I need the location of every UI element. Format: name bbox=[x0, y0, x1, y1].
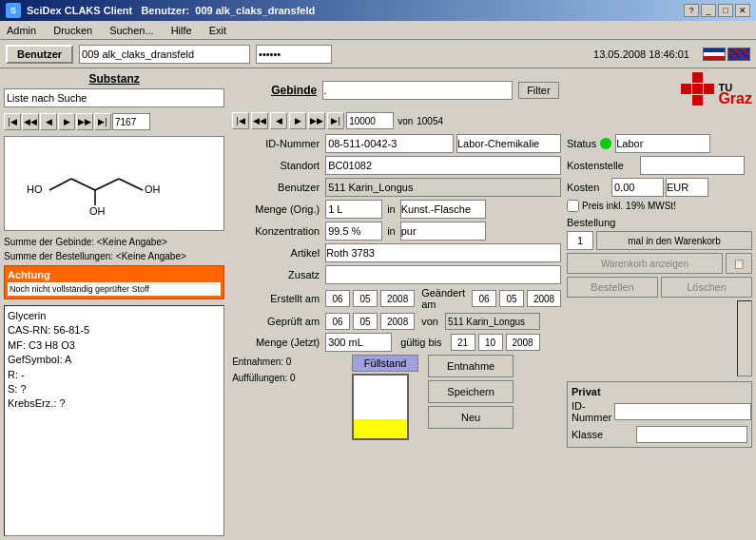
flag-uk[interactable] bbox=[727, 48, 750, 61]
substanz-title: Substanz bbox=[88, 72, 139, 86]
geprueft-m-input[interactable] bbox=[353, 313, 378, 330]
privat-klasse-label: Klasse bbox=[572, 429, 633, 440]
id-nummer-type-select[interactable]: Labor-Chemikalie bbox=[456, 134, 561, 153]
geaendert-m-input[interactable] bbox=[499, 290, 524, 307]
neu-button[interactable]: Neu bbox=[428, 406, 514, 429]
gebinde-combo[interactable]: . bbox=[322, 81, 513, 100]
warenkorb-anzeigen-button[interactable]: Warenkorb anzeigen bbox=[567, 253, 723, 274]
nav-prev-many-button[interactable]: ◀◀ bbox=[22, 113, 39, 130]
form-and-status: ID-Nummer Labor-Chemikalie Standort Benu… bbox=[232, 134, 752, 448]
von-text: von bbox=[397, 116, 413, 126]
nav-next-many-button[interactable]: ▶▶ bbox=[76, 113, 93, 130]
gueltig-d-input[interactable] bbox=[451, 334, 475, 351]
konzentration-input[interactable] bbox=[325, 222, 382, 241]
svg-line-4 bbox=[119, 179, 143, 190]
gebinde-nav-last[interactable]: ▶| bbox=[327, 112, 344, 129]
datetime-display: 13.05.2008 18:46:01 bbox=[593, 48, 689, 60]
nav-last-button[interactable]: ▶| bbox=[94, 113, 111, 130]
entnahme-button[interactable]: Entnahme bbox=[428, 355, 514, 377]
nav-first-button[interactable]: |◀ bbox=[4, 113, 21, 130]
kosten-label: Kosten bbox=[567, 182, 610, 193]
nav-next-button[interactable]: ▶ bbox=[58, 113, 75, 130]
auffuellungen-text: Auffüllungen: 0 bbox=[232, 371, 346, 385]
svg-text:OH: OH bbox=[145, 183, 161, 195]
konzentration-label: Konzentration bbox=[232, 225, 322, 237]
warning-box: Achtung Noch nicht vollständig geprüfter… bbox=[4, 265, 224, 299]
gebinde-nav-input[interactable] bbox=[346, 112, 394, 129]
minimize-button[interactable]: _ bbox=[701, 4, 716, 17]
substance-list[interactable]: Glycerin CAS-RN: 56-81-5 MF: C3 H8 O3 Ge… bbox=[4, 305, 224, 536]
artikel-combo[interactable]: Roth 3783 bbox=[325, 243, 561, 262]
gebinde-nav-prev-many[interactable]: ◀◀ bbox=[251, 112, 268, 129]
password-input[interactable] bbox=[256, 45, 332, 64]
menu-bar: Admin Drucken Suchen... Hilfe Exit bbox=[0, 21, 756, 40]
substanz-nav-input[interactable] bbox=[112, 113, 150, 130]
standort-label: Standort bbox=[232, 160, 322, 171]
substanz-combo[interactable]: Liste nach Suche bbox=[4, 88, 224, 107]
fuellstand-button[interactable]: Füllstand bbox=[352, 355, 418, 372]
maximize-button[interactable]: □ bbox=[718, 4, 733, 17]
filter-button[interactable]: Filter bbox=[518, 82, 558, 99]
gebinde-nav-next-many[interactable]: ▶▶ bbox=[308, 112, 325, 129]
help-button[interactable]: ? bbox=[684, 4, 699, 17]
menu-suchen[interactable]: Suchen... bbox=[107, 24, 156, 37]
warenkorb-button[interactable]: mal in den Warenkorb bbox=[596, 231, 752, 250]
zusatz-row: Zusatz bbox=[232, 265, 561, 284]
speichern-button[interactable]: Speichern bbox=[428, 380, 514, 403]
privat-id-input[interactable] bbox=[614, 403, 751, 420]
menu-admin[interactable]: Admin bbox=[4, 24, 39, 37]
erstellt-d-input[interactable] bbox=[325, 290, 350, 307]
loeschen-button[interactable]: Löschen bbox=[661, 277, 752, 298]
eur-select[interactable]: EUR bbox=[666, 178, 708, 197]
bestellung-row: mal in den Warenkorb bbox=[567, 231, 752, 250]
app-icon: S bbox=[6, 3, 21, 18]
menge-orig-input[interactable] bbox=[325, 200, 382, 219]
zusatz-input[interactable] bbox=[325, 265, 561, 284]
bestellung-input[interactable] bbox=[567, 231, 593, 250]
erstellt-y-input[interactable] bbox=[380, 290, 415, 307]
menge-orig-type-select[interactable]: Kunst.-Flasche bbox=[400, 200, 486, 219]
benutzer-form-label: Benutzer bbox=[232, 182, 322, 193]
menu-hilfe[interactable]: Hilfe bbox=[168, 24, 195, 37]
flag-de[interactable] bbox=[703, 48, 726, 61]
standort-input[interactable] bbox=[325, 156, 561, 175]
close-button[interactable]: ✕ bbox=[735, 4, 750, 17]
geaendert-y-input[interactable] bbox=[527, 290, 561, 307]
gebinde-nav-first[interactable]: |◀ bbox=[232, 112, 249, 129]
status-select[interactable]: Labor bbox=[615, 134, 710, 153]
menge-jetzt-input[interactable] bbox=[325, 333, 392, 352]
right-scrollbar[interactable] bbox=[737, 300, 752, 376]
kostenstelle-row: Kostenstelle bbox=[567, 156, 752, 175]
warenkorb-icon-button[interactable]: 📋 bbox=[726, 253, 752, 274]
substance-s: S: ? bbox=[8, 382, 221, 396]
erstellt-m-input[interactable] bbox=[353, 290, 378, 307]
tu-cross bbox=[681, 72, 714, 108]
total-text: 10054 bbox=[417, 116, 443, 126]
preis-checkbox[interactable] bbox=[567, 200, 579, 212]
svg-line-2 bbox=[71, 179, 95, 190]
gebinde-nav-row: |◀ ◀◀ ◀ ▶ ▶▶ ▶| von 10054 bbox=[232, 112, 752, 129]
gueltig-m-input[interactable] bbox=[478, 334, 503, 351]
menge-orig-in: in bbox=[387, 203, 396, 215]
geprueft-y-input[interactable] bbox=[380, 313, 415, 330]
molecule-svg: HO OH OH bbox=[19, 141, 209, 226]
gebinde-nav-next[interactable]: ▶ bbox=[289, 112, 306, 129]
gebinde-summary: Summe der Gebinde: <Keine Angabe> bbox=[4, 237, 224, 247]
privat-klasse-select[interactable] bbox=[636, 426, 747, 443]
geprueft-d-input[interactable] bbox=[325, 313, 350, 330]
zusatz-label: Zusatz bbox=[232, 269, 322, 280]
geaendert-d-input[interactable] bbox=[472, 290, 496, 307]
benutzer-button[interactable]: Benutzer bbox=[6, 45, 73, 64]
id-nummer-input[interactable] bbox=[325, 134, 454, 153]
main-right: Gebinde . Filter TUGraz bbox=[232, 72, 752, 536]
gebinde-nav-prev[interactable]: ◀ bbox=[270, 112, 287, 129]
menu-exit[interactable]: Exit bbox=[206, 24, 229, 37]
menu-drucken[interactable]: Drucken bbox=[50, 24, 95, 37]
user-select[interactable]: 009 alk_claks_dransfeld bbox=[79, 45, 250, 64]
gueltig-y-input[interactable] bbox=[506, 334, 540, 351]
kostenstelle-select[interactable] bbox=[640, 156, 745, 175]
bestellen-button[interactable]: Bestellen bbox=[567, 277, 658, 298]
konzentration-type-select[interactable]: pur bbox=[400, 222, 486, 241]
nav-prev-button[interactable]: ◀ bbox=[40, 113, 57, 130]
kosten-input[interactable] bbox=[611, 178, 664, 197]
